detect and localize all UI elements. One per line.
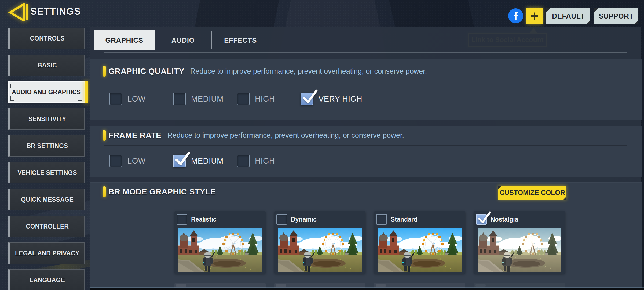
sidebar-item-controller[interactable]: CONTROLLER (8, 216, 85, 237)
br-style-preview-scene (178, 228, 262, 272)
sidebar-item-basic[interactable]: BASIC (8, 55, 85, 76)
style-card-label: Standard (391, 216, 418, 223)
style-preview-image (278, 228, 362, 272)
back-arrow-icon (8, 3, 29, 21)
style-card-dynamic[interactable]: Dynamic (274, 211, 365, 274)
section-title: GRAPHIC QUALITY (108, 67, 184, 76)
checkbox (109, 155, 122, 167)
facebook-link-button[interactable] (508, 8, 523, 23)
checkbox (177, 214, 187, 225)
style-card-realistic[interactable]: Realistic (174, 211, 266, 274)
section-marker (103, 66, 106, 77)
option-graphic-quality-low[interactable]: LOW (109, 93, 146, 105)
header: SETTINGS (30, 3, 73, 22)
checkbox (109, 93, 122, 105)
sidebar-item-audio-and-graphics[interactable]: AUDIO AND GRAPHICS (8, 81, 85, 103)
section-marker (103, 186, 106, 197)
style-card-label: Dynamic (291, 216, 317, 223)
section-br-mode-graphic-style: BR MODE GRAPHIC STYLE CUSTOMIZE COLOR Re… (90, 182, 642, 290)
title-rule-top (30, 3, 71, 3)
style-card-nostalgia[interactable]: Nostalgia (474, 211, 565, 274)
checkbox (476, 214, 487, 225)
sidebar-item-label: SENSITIVITY (28, 115, 66, 123)
section-divider (104, 205, 627, 205)
settings-screen: SETTINGS CONTROLS BASIC AUDIO AND GRAPHI… (0, 0, 644, 290)
style-preview-image (478, 228, 561, 272)
customize-color-label: CUSTOMIZE COLOR (500, 189, 565, 197)
back-button[interactable] (8, 3, 29, 21)
sidebar-item-quick-message[interactable]: QUICK MESSAGE (8, 189, 85, 210)
tab-label: AUDIO (171, 36, 195, 45)
section-description: Reduce to improve performance, prevent o… (167, 131, 404, 140)
tab-label: EFFECTS (224, 36, 257, 45)
sidebar-item-label: VEHICLE SETTINGS (17, 169, 77, 176)
tab-underline (104, 52, 627, 53)
sidebar-item-label: QUICK MESSAGE (21, 196, 74, 203)
sidebar-item-br-settings[interactable]: BR SETTINGS (8, 135, 85, 157)
section-divider (104, 146, 627, 146)
tab-audio[interactable]: AUDIO (155, 30, 211, 50)
checkbox (237, 93, 250, 105)
facebook-icon (511, 11, 520, 20)
checkbox (237, 155, 250, 167)
sidebar-item-label: LEGAL AND PRIVACY (15, 250, 79, 257)
section-divider (104, 82, 627, 82)
sidebar-item-vehicle-settings[interactable]: VEHICLE SETTINGS (8, 162, 85, 183)
style-preview-image (378, 228, 462, 272)
settings-sidebar: CONTROLS BASIC AUDIO AND GRAPHICS SENSIT… (8, 28, 85, 290)
sidebar-item-language[interactable]: LANGUAGE (8, 269, 85, 290)
style-card-standard[interactable]: Standard (374, 211, 465, 274)
default-button[interactable]: DEFAULT (546, 8, 590, 24)
option-graphic-quality-medium[interactable]: MEDIUM (173, 93, 224, 105)
selected-indicator-bar (85, 81, 88, 103)
customize-color-button[interactable]: CUSTOMIZE COLOR (498, 186, 566, 200)
option-frame-rate-high[interactable]: HIGH (237, 155, 275, 167)
option-label: LOW (127, 157, 146, 165)
section-title: FRAME RATE (108, 131, 161, 140)
section-frame-rate: FRAME RATE Reduce to improve performance… (90, 126, 642, 177)
option-label: LOW (127, 95, 146, 103)
section-marker (103, 130, 106, 141)
tab-separator (269, 31, 269, 49)
checkbox (173, 155, 186, 167)
style-card-label: Realistic (191, 216, 217, 223)
option-graphic-quality-very-high[interactable]: VERY HIGH (301, 93, 362, 105)
support-button-label: SUPPORT (599, 12, 633, 20)
br-style-preview-scene (278, 228, 362, 272)
screen-bottom-edge (90, 288, 644, 290)
corner-bracket (78, 84, 82, 88)
option-label: MEDIUM (191, 95, 224, 103)
br-style-preview-scene (378, 228, 462, 272)
tab-graphics[interactable]: GRAPHICS (94, 30, 155, 50)
default-button-label: DEFAULT (552, 12, 584, 20)
checkbox (301, 93, 313, 105)
sidebar-item-sensitivity[interactable]: SENSITIVITY (8, 108, 85, 130)
br-style-cards: Realistic (174, 211, 565, 274)
sidebar-item-legal-and-privacy[interactable]: LEGAL AND PRIVACY (8, 242, 85, 264)
sidebar-item-label: LANGUAGE (30, 277, 65, 284)
sidebar-item-label: AUDIO AND GRAPHICS (12, 89, 81, 96)
option-frame-rate-low[interactable]: LOW (109, 155, 146, 167)
option-graphic-quality-high[interactable]: HIGH (237, 93, 275, 105)
tab-effects[interactable]: EFFECTS (212, 30, 269, 50)
br-style-preview-scene (478, 228, 561, 272)
sidebar-item-label: BR SETTINGS (27, 142, 68, 150)
option-label: HIGH (255, 157, 275, 165)
corner-bracket (10, 96, 14, 101)
add-social-account-button[interactable]: + (526, 8, 543, 24)
section-graphic-quality: GRAPHIC QUALITY Reduce to improve perfor… (90, 59, 642, 120)
tab-bar: GRAPHICS AUDIO EFFECTS (94, 30, 269, 50)
tab-label: GRAPHICS (105, 36, 143, 45)
section-description: Reduce to improve performance, prevent o… (190, 67, 427, 75)
option-label: VERY HIGH (319, 95, 362, 103)
checkbox (376, 214, 387, 225)
support-button[interactable]: SUPPORT (594, 8, 638, 24)
plus-icon: + (530, 9, 539, 23)
sidebar-item-controls[interactable]: CONTROLS (8, 28, 85, 49)
option-label: MEDIUM (191, 157, 224, 165)
option-frame-rate-medium[interactable]: MEDIUM (173, 155, 224, 167)
checkbox (276, 214, 287, 225)
sidebar-item-label: CONTROLS (30, 35, 64, 42)
corner-bracket (10, 84, 14, 88)
sidebar-item-label: BASIC (38, 62, 57, 69)
